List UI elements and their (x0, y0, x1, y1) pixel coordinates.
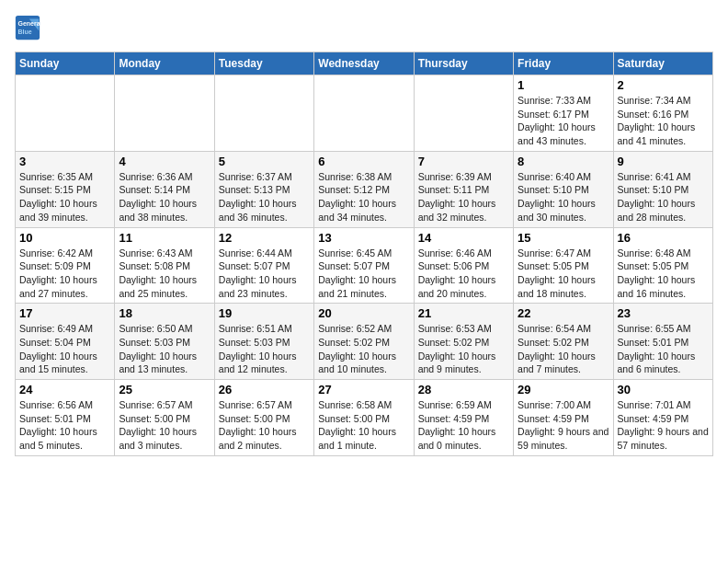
calendar-cell: 5Sunrise: 6:37 AM Sunset: 5:13 PM Daylig… (214, 151, 313, 227)
calendar-week-3: 10Sunrise: 6:42 AM Sunset: 5:09 PM Dayli… (16, 227, 713, 304)
day-number: 20 (318, 306, 409, 320)
day-info: Sunrise: 6:49 AM Sunset: 5:04 PM Dayligh… (19, 322, 110, 376)
calendar-cell: 4Sunrise: 6:36 AM Sunset: 5:14 PM Daylig… (115, 151, 214, 227)
day-info: Sunrise: 6:38 AM Sunset: 5:12 PM Dayligh… (318, 170, 409, 224)
header-wednesday: Wednesday (314, 52, 414, 75)
calendar-cell: 24Sunrise: 6:56 AM Sunset: 5:01 PM Dayli… (16, 380, 115, 456)
calendar-cell: 29Sunrise: 7:00 AM Sunset: 4:59 PM Dayli… (514, 380, 613, 456)
calendar-cell (214, 75, 313, 152)
header-sunday: Sunday (16, 52, 115, 75)
day-number: 10 (19, 231, 110, 245)
calendar-week-2: 3Sunrise: 6:35 AM Sunset: 5:15 PM Daylig… (16, 151, 713, 227)
day-info: Sunrise: 6:59 AM Sunset: 4:59 PM Dayligh… (418, 398, 509, 453)
day-number: 2 (618, 78, 709, 92)
day-info: Sunrise: 6:41 AM Sunset: 5:10 PM Dayligh… (618, 170, 709, 224)
calendar-header-row: SundayMondayTuesdayWednesdayThursdayFrid… (16, 52, 713, 75)
day-info: Sunrise: 6:42 AM Sunset: 5:09 PM Dayligh… (19, 247, 110, 301)
day-number: 28 (418, 383, 509, 396)
day-number: 13 (318, 231, 409, 245)
calendar-cell: 2Sunrise: 7:34 AM Sunset: 6:16 PM Daylig… (613, 75, 712, 152)
day-info: Sunrise: 6:35 AM Sunset: 5:15 PM Dayligh… (19, 170, 110, 224)
calendar-table: SundayMondayTuesdayWednesdayThursdayFrid… (15, 52, 713, 456)
calendar-cell: 26Sunrise: 6:57 AM Sunset: 5:00 PM Dayli… (214, 380, 313, 456)
svg-text:General: General (18, 20, 41, 27)
calendar-cell: 14Sunrise: 6:46 AM Sunset: 5:06 PM Dayli… (414, 227, 513, 304)
day-number: 30 (618, 383, 709, 396)
calendar-cell: 28Sunrise: 6:59 AM Sunset: 4:59 PM Dayli… (414, 380, 513, 456)
header-friday: Friday (514, 52, 613, 75)
calendar-cell: 22Sunrise: 6:54 AM Sunset: 5:02 PM Dayli… (514, 304, 613, 380)
calendar-cell: 20Sunrise: 6:52 AM Sunset: 5:02 PM Dayli… (314, 304, 414, 380)
calendar-cell (414, 75, 513, 152)
calendar-cell: 17Sunrise: 6:49 AM Sunset: 5:04 PM Dayli… (16, 304, 115, 380)
day-info: Sunrise: 7:01 AM Sunset: 4:59 PM Dayligh… (618, 398, 709, 453)
day-info: Sunrise: 6:48 AM Sunset: 5:05 PM Dayligh… (618, 247, 709, 301)
day-number: 9 (618, 155, 709, 168)
day-info: Sunrise: 6:46 AM Sunset: 5:06 PM Dayligh… (418, 247, 509, 301)
day-number: 17 (19, 306, 110, 320)
page-header: General Blue (15, 15, 713, 40)
day-info: Sunrise: 6:47 AM Sunset: 5:05 PM Dayligh… (518, 247, 609, 301)
calendar-cell: 30Sunrise: 7:01 AM Sunset: 4:59 PM Dayli… (613, 380, 712, 456)
day-number: 29 (518, 383, 609, 396)
calendar-cell: 7Sunrise: 6:39 AM Sunset: 5:11 PM Daylig… (414, 151, 513, 227)
calendar-cell (16, 75, 115, 152)
calendar-cell: 3Sunrise: 6:35 AM Sunset: 5:15 PM Daylig… (16, 151, 115, 227)
calendar-cell: 8Sunrise: 6:40 AM Sunset: 5:10 PM Daylig… (514, 151, 613, 227)
day-info: Sunrise: 6:36 AM Sunset: 5:14 PM Dayligh… (119, 170, 210, 224)
day-number: 25 (119, 383, 210, 396)
calendar-cell: 9Sunrise: 6:41 AM Sunset: 5:10 PM Daylig… (613, 151, 712, 227)
day-number: 21 (418, 306, 509, 320)
logo: General Blue (15, 15, 40, 40)
header-saturday: Saturday (613, 52, 712, 75)
day-info: Sunrise: 6:50 AM Sunset: 5:03 PM Dayligh… (119, 322, 210, 376)
day-number: 18 (119, 306, 210, 320)
day-number: 24 (19, 383, 110, 396)
day-info: Sunrise: 6:57 AM Sunset: 5:00 PM Dayligh… (219, 398, 310, 453)
calendar-week-5: 24Sunrise: 6:56 AM Sunset: 5:01 PM Dayli… (16, 380, 713, 456)
calendar-week-4: 17Sunrise: 6:49 AM Sunset: 5:04 PM Dayli… (16, 304, 713, 380)
day-info: Sunrise: 6:40 AM Sunset: 5:10 PM Dayligh… (518, 170, 609, 224)
day-info: Sunrise: 6:56 AM Sunset: 5:01 PM Dayligh… (19, 398, 110, 453)
day-number: 22 (518, 306, 609, 320)
day-info: Sunrise: 6:39 AM Sunset: 5:11 PM Dayligh… (418, 170, 509, 224)
day-number: 8 (518, 155, 609, 168)
calendar-cell: 27Sunrise: 6:58 AM Sunset: 5:00 PM Dayli… (314, 380, 414, 456)
day-info: Sunrise: 6:44 AM Sunset: 5:07 PM Dayligh… (219, 247, 310, 301)
day-number: 4 (119, 155, 210, 168)
day-info: Sunrise: 7:34 AM Sunset: 6:16 PM Dayligh… (618, 94, 709, 148)
day-number: 15 (518, 231, 609, 245)
calendar-cell: 15Sunrise: 6:47 AM Sunset: 5:05 PM Dayli… (514, 227, 613, 304)
day-number: 16 (618, 231, 709, 245)
day-info: Sunrise: 6:57 AM Sunset: 5:00 PM Dayligh… (119, 398, 210, 453)
day-info: Sunrise: 6:53 AM Sunset: 5:02 PM Dayligh… (418, 322, 509, 376)
header-thursday: Thursday (414, 52, 513, 75)
calendar-week-1: 1Sunrise: 7:33 AM Sunset: 6:17 PM Daylig… (16, 75, 713, 152)
day-info: Sunrise: 6:54 AM Sunset: 5:02 PM Dayligh… (518, 322, 609, 376)
day-number: 7 (418, 155, 509, 168)
day-info: Sunrise: 6:37 AM Sunset: 5:13 PM Dayligh… (219, 170, 310, 224)
logo-icon: General Blue (15, 15, 40, 40)
svg-text:Blue: Blue (18, 29, 32, 35)
day-number: 26 (219, 383, 310, 396)
day-info: Sunrise: 6:51 AM Sunset: 5:03 PM Dayligh… (219, 322, 310, 376)
calendar-cell (314, 75, 414, 152)
calendar-cell: 11Sunrise: 6:43 AM Sunset: 5:08 PM Dayli… (115, 227, 214, 304)
day-number: 27 (318, 383, 409, 396)
day-info: Sunrise: 6:43 AM Sunset: 5:08 PM Dayligh… (119, 247, 210, 301)
calendar-cell: 10Sunrise: 6:42 AM Sunset: 5:09 PM Dayli… (16, 227, 115, 304)
day-info: Sunrise: 7:00 AM Sunset: 4:59 PM Dayligh… (518, 398, 609, 453)
calendar-cell: 25Sunrise: 6:57 AM Sunset: 5:00 PM Dayli… (115, 380, 214, 456)
header-monday: Monday (115, 52, 214, 75)
day-number: 23 (618, 306, 709, 320)
calendar-cell (115, 75, 214, 152)
calendar-cell: 16Sunrise: 6:48 AM Sunset: 5:05 PM Dayli… (613, 227, 712, 304)
day-number: 14 (418, 231, 509, 245)
day-number: 1 (518, 78, 609, 92)
calendar-cell: 18Sunrise: 6:50 AM Sunset: 5:03 PM Dayli… (115, 304, 214, 380)
day-number: 12 (219, 231, 310, 245)
day-info: Sunrise: 6:52 AM Sunset: 5:02 PM Dayligh… (318, 322, 409, 376)
day-number: 5 (219, 155, 310, 168)
calendar-cell: 1Sunrise: 7:33 AM Sunset: 6:17 PM Daylig… (514, 75, 613, 152)
calendar-cell: 21Sunrise: 6:53 AM Sunset: 5:02 PM Dayli… (414, 304, 513, 380)
